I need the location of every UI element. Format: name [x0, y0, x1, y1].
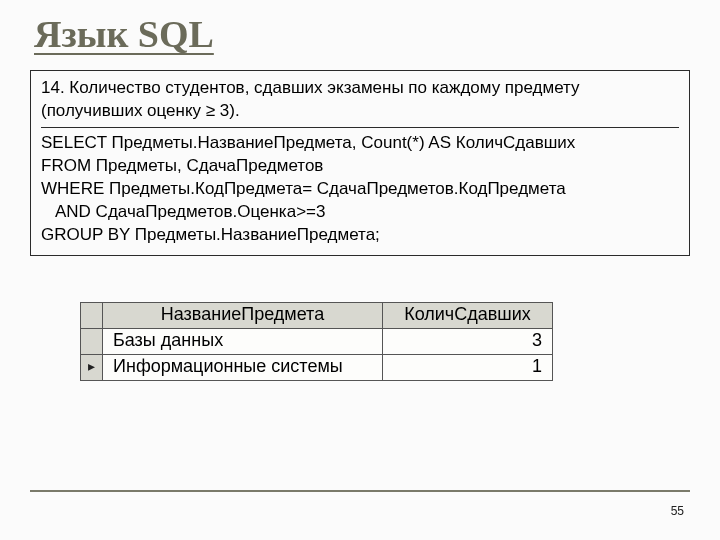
cell-count: 3: [383, 328, 553, 354]
sql-select: SELECT Предметы.НазваниеПредмета, Count(…: [41, 132, 679, 155]
cell-name: Информационные системы: [103, 354, 383, 380]
sql-from: FROM Предметы, СдачаПредметов: [41, 155, 679, 178]
sql-and: AND СдачаПредметов.Оценка>=3: [41, 201, 679, 224]
row-selector-cell: ▸: [81, 354, 103, 380]
task-prompt: 14. Количество студентов, сдавших экзаме…: [41, 77, 679, 128]
row-selector-header: [81, 302, 103, 328]
result-table: НазваниеПредмета КоличСдавших Базы данны…: [80, 302, 553, 381]
column-header-count: КоличСдавших: [383, 302, 553, 328]
cell-name: Базы данных: [103, 328, 383, 354]
sql-group-by: GROUP BY Предметы.НазваниеПредмета;: [41, 224, 679, 247]
row-selector-cell: [81, 328, 103, 354]
sql-query-box: 14. Количество студентов, сдавших экзаме…: [30, 70, 690, 256]
sql-where: WHERE Предметы.КодПредмета= СдачаПредмет…: [41, 178, 679, 201]
column-header-name: НазваниеПредмета: [103, 302, 383, 328]
footer-rule: [30, 490, 690, 492]
table-header-row: НазваниеПредмета КоличСдавших: [81, 302, 553, 328]
table-row: Базы данных 3: [81, 328, 553, 354]
slide-title: Язык SQL: [34, 12, 214, 56]
page-number: 55: [671, 504, 684, 518]
table-row: ▸ Информационные системы 1: [81, 354, 553, 380]
row-pointer-icon: ▸: [88, 359, 95, 374]
cell-count: 1: [383, 354, 553, 380]
